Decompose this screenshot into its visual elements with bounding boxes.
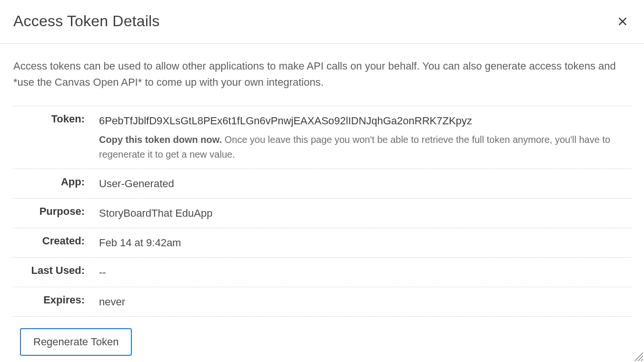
row-app: App: User-Generated: [13, 169, 631, 199]
label-app: App:: [13, 169, 94, 199]
value-app: User-Generated: [94, 169, 631, 199]
token-warning: Copy this token down now. Once you leave…: [99, 132, 626, 162]
svg-line-4: [641, 359, 643, 361]
value-purpose: StoryBoardThat EduApp: [94, 199, 631, 228]
dialog-header: Access Token Details: [0, 0, 644, 44]
dialog-title: Access Token Details: [13, 12, 160, 30]
row-created: Created: Feb 14 at 9:42am: [13, 228, 631, 258]
access-token-dialog: Access Token Details Access tokens can b…: [0, 0, 644, 362]
value-expires: never: [94, 287, 631, 317]
token-warning-bold: Copy this token down now.: [99, 134, 222, 145]
label-token: Token:: [13, 106, 94, 169]
value-created: Feb 14 at 9:42am: [94, 228, 631, 258]
label-purpose: Purpose:: [13, 199, 94, 228]
label-created: Created:: [13, 228, 94, 258]
dialog-actions: Regenerate Token: [20, 317, 631, 361]
row-purpose: Purpose: StoryBoardThat EduApp: [13, 199, 631, 228]
label-last-used: Last Used:: [13, 258, 94, 287]
regenerate-token-button[interactable]: Regenerate Token: [20, 328, 132, 356]
label-expires: Expires:: [13, 287, 94, 317]
value-token-cell: 6PebTfJblfD9XLsGtL8PEx6t1fLGn6vPnwjEAXAS…: [94, 106, 631, 169]
row-expires: Expires: never: [13, 287, 631, 317]
token-value: 6PebTfJblfD9XLsGtL8PEx6t1fLGn6vPnwjEAXAS…: [99, 113, 626, 129]
intro-text: Access tokens can be used to allow other…: [13, 58, 631, 90]
row-token: Token: 6PebTfJblfD9XLsGtL8PEx6t1fLGn6vPn…: [13, 106, 631, 169]
resize-handle[interactable]: [633, 351, 643, 361]
close-button[interactable]: [614, 13, 631, 30]
value-last-used: --: [94, 258, 631, 287]
resize-handle-icon: [633, 351, 643, 361]
dialog-body: Access tokens can be used to allow other…: [0, 44, 644, 362]
row-last-used: Last Used: --: [13, 258, 631, 287]
close-icon: [617, 16, 628, 27]
details-table: Token: 6PebTfJblfD9XLsGtL8PEx6t1fLGn6vPn…: [13, 106, 631, 317]
